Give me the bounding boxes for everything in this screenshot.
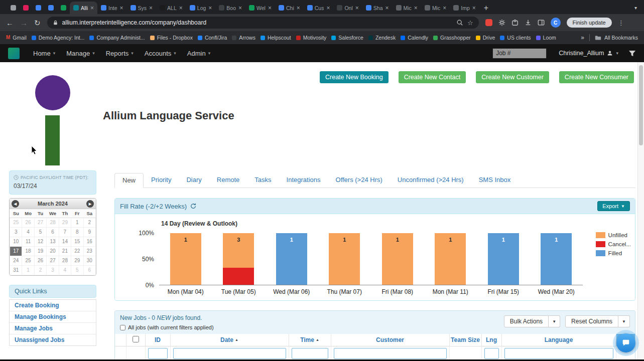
puzzle-extensions-icon[interactable] bbox=[511, 19, 519, 26]
stacked-bar[interactable]: 1 bbox=[329, 233, 360, 285]
stacked-bar[interactable]: 1 bbox=[170, 233, 201, 285]
calendar-day[interactable]: 6 bbox=[83, 265, 95, 275]
forward-icon[interactable]: → bbox=[20, 19, 28, 27]
bookmark-item[interactable]: US clients bbox=[500, 35, 531, 41]
stacked-bar[interactable]: 1 bbox=[276, 233, 307, 285]
tab-unconfirmed-24-hrs-[interactable]: Unconfirmed (>24 Hrs) bbox=[390, 173, 471, 188]
quick-link-manage-bookings[interactable]: Manage Bookings bbox=[10, 311, 96, 323]
tab-close-icon[interactable]: × bbox=[414, 5, 418, 12]
nav-item-admin[interactable]: Admin▾ bbox=[182, 50, 216, 57]
create-new-customer-button[interactable]: Create New Customer bbox=[476, 71, 549, 83]
tab-close-icon[interactable]: × bbox=[385, 5, 389, 12]
calendar-day[interactable]: 4 bbox=[22, 227, 34, 237]
tab-close-icon[interactable]: × bbox=[268, 5, 272, 12]
browser-tab[interactable] bbox=[32, 2, 45, 14]
stacked-bar[interactable]: 1 bbox=[541, 233, 572, 285]
filter-input-date[interactable] bbox=[173, 348, 286, 359]
calendar-day[interactable]: 20 bbox=[47, 246, 59, 256]
tab-tasks[interactable]: Tasks bbox=[247, 173, 279, 188]
browser-tab[interactable]: ALL× bbox=[156, 2, 186, 14]
tab-close-icon[interactable]: × bbox=[297, 5, 300, 12]
bookmark-item[interactable]: MGmail bbox=[6, 35, 27, 41]
bookmark-item[interactable]: Confl/Jira bbox=[198, 35, 227, 41]
quick-link-unassigned-jobs[interactable]: Unassigned Jobs bbox=[10, 334, 96, 345]
browser-tab[interactable]: Onl× bbox=[333, 2, 362, 14]
calendar-day[interactable]: 24 bbox=[10, 256, 22, 265]
address-bar[interactable]: allium.interpreterintelligence.com/compa… bbox=[47, 17, 479, 29]
reload-icon[interactable]: ↻ bbox=[34, 19, 41, 27]
tab-close-icon[interactable]: × bbox=[355, 5, 359, 12]
browser-tab[interactable] bbox=[7, 2, 20, 14]
app-logo[interactable] bbox=[8, 48, 20, 59]
tab-diary[interactable]: Diary bbox=[179, 173, 209, 188]
browser-tab[interactable]: Imp× bbox=[450, 2, 479, 14]
all-bookmarks-button[interactable]: All Bookmarks bbox=[595, 35, 638, 41]
calendar-day[interactable]: 5 bbox=[34, 227, 46, 237]
create-new-consumer-button[interactable]: Create New Consumer bbox=[559, 71, 634, 83]
tab-new[interactable]: New bbox=[114, 173, 144, 188]
calendar-day[interactable]: 14 bbox=[59, 237, 71, 246]
url-text[interactable]: allium.interpreterintelligence.com/compa… bbox=[62, 19, 452, 26]
calendar-day[interactable]: 11 bbox=[22, 237, 34, 246]
tab-close-icon[interactable]: × bbox=[472, 5, 476, 12]
calendar-day[interactable]: 31 bbox=[10, 265, 22, 275]
column-header-language[interactable]: Language bbox=[501, 334, 616, 346]
nav-item-manage[interactable]: Manage▾ bbox=[61, 50, 100, 57]
calendar-day[interactable]: 27 bbox=[47, 256, 59, 265]
calendar-day[interactable]: 1 bbox=[22, 265, 34, 275]
browser-tab[interactable]: Cus× bbox=[304, 2, 334, 14]
filter-input-id[interactable] bbox=[148, 348, 168, 359]
bulk-actions-caret-icon[interactable]: ▼ bbox=[549, 315, 560, 327]
calendar-day[interactable]: 19 bbox=[34, 246, 46, 256]
browser-tab[interactable]: Mic× bbox=[393, 2, 421, 14]
lens-search-icon[interactable] bbox=[456, 19, 463, 26]
browser-tab[interactable]: Chi× bbox=[275, 2, 304, 14]
browser-tab[interactable] bbox=[45, 2, 57, 14]
reset-columns-caret-icon[interactable]: ▼ bbox=[618, 315, 630, 327]
global-filter-button[interactable] bbox=[628, 50, 636, 57]
calendar-next-icon[interactable]: ▶ bbox=[86, 200, 94, 208]
job-search-input[interactable] bbox=[492, 48, 547, 59]
bookmark-star-icon[interactable]: ☆ bbox=[467, 19, 473, 27]
calendar-prev-icon[interactable]: ◀ bbox=[12, 200, 19, 208]
calendar-day[interactable]: 29 bbox=[59, 218, 71, 227]
bookmark-item[interactable]: Motivosity bbox=[296, 35, 327, 41]
calendar-day[interactable]: 26 bbox=[34, 256, 46, 265]
create-new-booking-button[interactable]: Create New Booking bbox=[320, 71, 389, 83]
calendar-day[interactable]: 7 bbox=[59, 227, 71, 237]
bookmark-item[interactable]: Company Administ... bbox=[89, 35, 145, 41]
browser-menu-icon[interactable]: ⋮ bbox=[618, 19, 624, 27]
bookmarks-overflow-icon[interactable]: » bbox=[581, 34, 584, 41]
nav-item-accounts[interactable]: Accounts▾ bbox=[139, 50, 182, 57]
calendar-day[interactable]: 13 bbox=[47, 237, 59, 246]
finish-update-button[interactable]: Finish update bbox=[567, 18, 612, 28]
scrollbar-thumb[interactable] bbox=[639, 65, 643, 145]
filter-input-customer[interactable] bbox=[334, 348, 447, 359]
reset-columns-button[interactable]: Reset Columns bbox=[565, 315, 618, 327]
calendar-day[interactable]: 26 bbox=[22, 218, 34, 227]
bookmark-item[interactable]: Drive bbox=[476, 35, 495, 41]
column-header-customer[interactable]: Customer bbox=[331, 334, 449, 346]
calendar-day[interactable]: 17 bbox=[10, 246, 22, 256]
browser-tab[interactable]: Alli× bbox=[70, 2, 97, 14]
chat-bubble-icon[interactable] bbox=[616, 333, 635, 352]
filter-input-language[interactable] bbox=[504, 348, 613, 359]
tab-sms-inbox[interactable]: SMS Inbox bbox=[471, 173, 519, 188]
calendar-day[interactable]: 23 bbox=[83, 246, 95, 256]
calendar-day[interactable]: 28 bbox=[47, 218, 59, 227]
split-view-icon[interactable] bbox=[538, 19, 545, 26]
stacked-bar[interactable]: 3 bbox=[223, 233, 254, 285]
filter-input-lng[interactable] bbox=[484, 348, 499, 359]
tab-close-icon[interactable]: × bbox=[179, 5, 183, 12]
bookmark-item[interactable]: Loom bbox=[536, 35, 556, 41]
browser-tab[interactable]: Boo× bbox=[215, 2, 245, 14]
tab-close-icon[interactable]: × bbox=[238, 5, 242, 12]
extension-icon[interactable] bbox=[485, 19, 492, 26]
select-all-checkbox[interactable] bbox=[133, 336, 139, 342]
tab-offers-24-hrs-[interactable]: Offers (>24 Hrs) bbox=[328, 173, 390, 188]
quick-link-create-booking[interactable]: Create Booking bbox=[10, 300, 96, 311]
back-icon[interactable]: ← bbox=[6, 19, 14, 27]
tab-close-icon[interactable]: × bbox=[208, 5, 212, 12]
nav-item-home[interactable]: Home▾ bbox=[28, 50, 61, 57]
bookmark-item[interactable]: Calendly bbox=[401, 35, 428, 41]
